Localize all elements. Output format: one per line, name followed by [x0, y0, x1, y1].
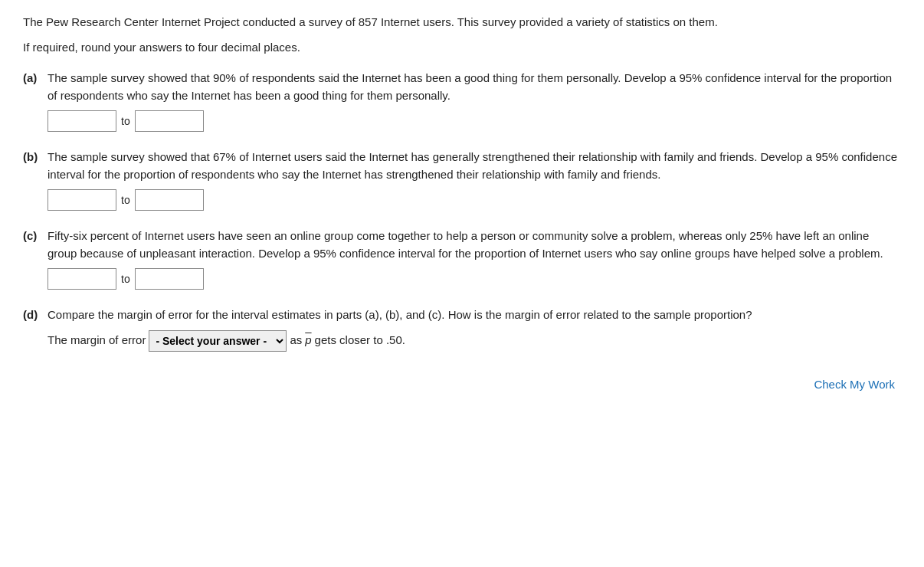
section-c-input2[interactable]	[135, 268, 204, 290]
section-a-body: The sample survey showed that 90% of res…	[48, 70, 901, 135]
section-d-answer-row: The margin of error - Select your answer…	[48, 330, 901, 352]
footer: Check My Work	[23, 375, 901, 394]
intro-line1: The Pew Research Center Internet Project…	[23, 14, 901, 31]
dropdown-suffix-post: gets closer to .50.	[315, 332, 405, 349]
section-c-to: to	[121, 271, 130, 287]
round-note: If required, round your answers to four …	[23, 39, 901, 57]
section-a-label: (a)	[23, 70, 44, 87]
section-b-label: (b)	[23, 149, 44, 166]
intro-paragraph: The Pew Research Center Internet Project…	[23, 14, 901, 31]
section-b-header: (b) The sample survey showed that 67% of…	[23, 149, 901, 214]
section-d-label: (d)	[23, 306, 44, 324]
section-d-header: (d) Compare the margin of error for the …	[23, 306, 901, 352]
section-c-label: (c)	[23, 228, 44, 245]
section-a-text: The sample survey showed that 90% of res…	[48, 70, 901, 104]
section-d: (d) Compare the margin of error for the …	[23, 306, 901, 352]
section-d-body: Compare the margin of error for the inte…	[48, 306, 901, 352]
p-overline: p	[305, 333, 311, 346]
section-a-input2[interactable]	[135, 110, 204, 132]
check-my-work-button[interactable]: Check My Work	[808, 375, 901, 394]
section-b-body: The sample survey showed that 67% of Int…	[48, 149, 901, 214]
section-a-header: (a) The sample survey showed that 90% of…	[23, 70, 901, 135]
section-b-input1[interactable]	[48, 189, 116, 211]
section-b-inputs: to	[48, 189, 901, 211]
section-d-text: Compare the margin of error for the inte…	[48, 306, 901, 324]
section-a-inputs: to	[48, 110, 901, 132]
section-a: (a) The sample survey showed that 90% of…	[23, 70, 901, 135]
section-b-input2[interactable]	[135, 189, 204, 211]
section-b: (b) The sample survey showed that 67% of…	[23, 149, 901, 214]
section-c-text: Fifty-six percent of Internet users have…	[48, 228, 901, 262]
section-a-to: to	[121, 113, 130, 129]
section-c: (c) Fifty-six percent of Internet users …	[23, 228, 901, 293]
section-c-body: Fifty-six percent of Internet users have…	[48, 228, 901, 293]
section-c-input1[interactable]	[48, 268, 116, 290]
section-b-text: The sample survey showed that 67% of Int…	[48, 149, 901, 183]
section-a-input1[interactable]	[48, 110, 116, 132]
section-c-inputs: to	[48, 268, 901, 290]
dropdown-prefix: The margin of error	[48, 332, 146, 349]
dropdown-suffix-pre: as	[290, 332, 302, 349]
section-c-header: (c) Fifty-six percent of Internet users …	[23, 228, 901, 293]
section-b-to: to	[121, 192, 130, 208]
select-your-answer[interactable]: - Select your answer - increases decreas…	[149, 330, 287, 352]
pbar-symbol: p	[305, 332, 311, 349]
